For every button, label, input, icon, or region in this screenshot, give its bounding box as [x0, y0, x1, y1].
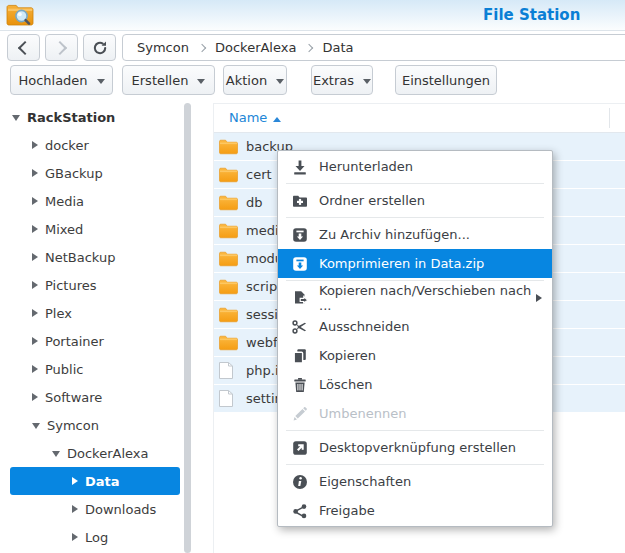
- menu-item-herunterladen[interactable]: Herunterladen: [278, 152, 552, 181]
- sidebar-item-pictures[interactable]: Pictures: [0, 271, 200, 299]
- menu-item-freigabe[interactable]: Freigabe: [278, 496, 552, 525]
- sidebar-item-dockeralexa[interactable]: DockerAlexa: [0, 439, 200, 467]
- archive-add-icon: [291, 226, 308, 243]
- toolbar-button-label: Hochladen: [18, 73, 87, 88]
- breadcrumb-item-data[interactable]: Data: [322, 40, 353, 55]
- folder-plus-icon: [291, 192, 308, 209]
- menu-item-label: Freigabe: [319, 503, 375, 518]
- menu-item-l-schen[interactable]: Löschen: [278, 370, 552, 399]
- sidebar-item-data[interactable]: Data: [10, 467, 180, 495]
- sidebar-item-label: RackStation: [27, 110, 115, 125]
- menu-separator: [286, 464, 544, 465]
- collapse-arrow-icon[interactable]: [32, 423, 40, 429]
- toolbar-button-extras[interactable]: Extras: [311, 65, 373, 95]
- expand-arrow-icon[interactable]: [32, 393, 38, 401]
- download-icon: [291, 158, 308, 175]
- folder-icon: [219, 138, 239, 155]
- expand-arrow-icon[interactable]: [32, 141, 38, 149]
- expand-arrow-icon[interactable]: [72, 505, 78, 513]
- expand-arrow-icon[interactable]: [72, 477, 78, 485]
- menu-separator: [286, 430, 544, 431]
- menu-item-label: Ausschneiden: [319, 319, 409, 334]
- copy-move-icon: [291, 289, 308, 306]
- menu-item-zu-archiv-hinzuf-gen[interactable]: Zu Archiv hinzufügen...: [278, 220, 552, 249]
- menu-item-eigenschaften[interactable]: Eigenschaften: [278, 467, 552, 496]
- expand-arrow-icon[interactable]: [32, 365, 38, 373]
- back-button[interactable]: [7, 34, 40, 61]
- toolbar-button-aktion[interactable]: Aktion: [223, 65, 287, 95]
- toolbar-button-hochladen[interactable]: Hochladen: [10, 65, 113, 95]
- toolbar-button-einstellungen[interactable]: Einstellungen: [395, 65, 497, 95]
- expand-arrow-icon[interactable]: [32, 253, 38, 261]
- toolbar: HochladenErstellenAktionExtrasEinstellun…: [0, 62, 625, 102]
- toolbar-button-label: Extras: [313, 73, 354, 88]
- toolbar-button-erstellen[interactable]: Erstellen: [122, 65, 215, 95]
- breadcrumb-item-dockeralexa[interactable]: DockerAlexa: [215, 40, 296, 55]
- sidebar-item-label: Mixed: [45, 222, 83, 237]
- sort-ascending-icon: [273, 117, 281, 122]
- menu-item-label: Ordner erstellen: [319, 193, 425, 208]
- sidebar-item-plex[interactable]: Plex: [0, 299, 200, 327]
- menu-item-kopieren[interactable]: Kopieren: [278, 341, 552, 370]
- dropdown-caret-icon: [276, 79, 284, 84]
- sidebar-item-symcon[interactable]: Symcon: [0, 411, 200, 439]
- sidebar-item-label: Software: [45, 390, 102, 405]
- folder-icon: [219, 250, 239, 267]
- expand-arrow-icon[interactable]: [32, 281, 38, 289]
- sidebar-item-software[interactable]: Software: [0, 383, 200, 411]
- file-station-icon[interactable]: [6, 3, 34, 27]
- column-header-name[interactable]: Name: [229, 110, 267, 125]
- menu-item-label: Eigenschaften: [319, 474, 411, 489]
- toolbar-button-label: Einstellungen: [402, 73, 490, 88]
- sidebar-item-rackstation[interactable]: RackStation: [0, 103, 200, 131]
- breadcrumb-item-symcon[interactable]: Symcon: [137, 40, 189, 55]
- toolbar-button-label: Aktion: [226, 73, 267, 88]
- sidebar-item-portainer[interactable]: Portainer: [0, 327, 200, 355]
- menu-item-label: Löschen: [319, 377, 372, 392]
- pencil-icon: [291, 405, 308, 422]
- menu-item-ausschneiden[interactable]: Ausschneiden: [278, 312, 552, 341]
- refresh-icon: [92, 40, 108, 56]
- expand-arrow-icon[interactable]: [32, 309, 38, 317]
- sidebar-item-gbackup[interactable]: GBackup: [0, 159, 200, 187]
- menu-item-kopieren-nach-verschieben-nach[interactable]: Kopieren nach/Verschieben nach ...: [278, 283, 552, 312]
- file-list-header[interactable]: Name: [214, 104, 625, 133]
- sidebar-item-log[interactable]: Log: [0, 523, 200, 551]
- menu-item-komprimieren-in-data-zip[interactable]: Komprimieren in Data.zip: [278, 249, 552, 278]
- collapse-arrow-icon[interactable]: [52, 451, 60, 457]
- sidebar-tree: RackStationdockerGBackupMediaMixedNetBac…: [0, 103, 200, 553]
- sidebar-scrollbar[interactable]: [184, 103, 191, 553]
- sidebar-item-netbackup[interactable]: NetBackup: [0, 243, 200, 271]
- collapse-arrow-icon[interactable]: [12, 115, 20, 121]
- file-icon: [219, 362, 239, 379]
- expand-arrow-icon[interactable]: [32, 337, 38, 345]
- folder-icon: [219, 194, 239, 211]
- sidebar-item-media[interactable]: Media: [0, 187, 200, 215]
- column-divider[interactable]: [609, 108, 610, 128]
- breadcrumb[interactable]: SymconDockerAlexaData: [122, 34, 625, 61]
- menu-item-desktopverkn-pfung-erstellen[interactable]: Desktopverknüpfung erstellen: [278, 433, 552, 462]
- expand-arrow-icon[interactable]: [32, 197, 38, 205]
- breadcrumb-separator-icon: [305, 43, 313, 51]
- chevron-right-icon: [53, 40, 67, 54]
- chevron-left-icon: [18, 40, 32, 54]
- sidebar-item-label: docker: [45, 138, 89, 153]
- expand-arrow-icon[interactable]: [72, 533, 78, 541]
- sidebar-item-label: Media: [45, 194, 84, 209]
- sidebar-item-mixed[interactable]: Mixed: [0, 215, 200, 243]
- trash-icon: [291, 376, 308, 393]
- sidebar-item-label: Portainer: [45, 334, 104, 349]
- refresh-button[interactable]: [83, 34, 116, 61]
- expand-arrow-icon[interactable]: [32, 225, 38, 233]
- copy-icon: [291, 347, 308, 364]
- sidebar-item-public[interactable]: Public: [0, 355, 200, 383]
- menu-item-ordner-erstellen[interactable]: Ordner erstellen: [278, 186, 552, 215]
- file-station-window: File Station SymconDockerAlexaData Hochl…: [0, 0, 625, 553]
- forward-button[interactable]: [45, 34, 78, 61]
- expand-arrow-icon[interactable]: [32, 169, 38, 177]
- sidebar-item-downloads[interactable]: Downloads: [0, 495, 200, 523]
- menu-item-label: Desktopverknüpfung erstellen: [319, 440, 516, 455]
- sidebar-item-docker[interactable]: docker: [0, 131, 200, 159]
- file-icon: [219, 390, 239, 407]
- context-menu: HerunterladenOrdner erstellenZu Archiv h…: [277, 150, 553, 527]
